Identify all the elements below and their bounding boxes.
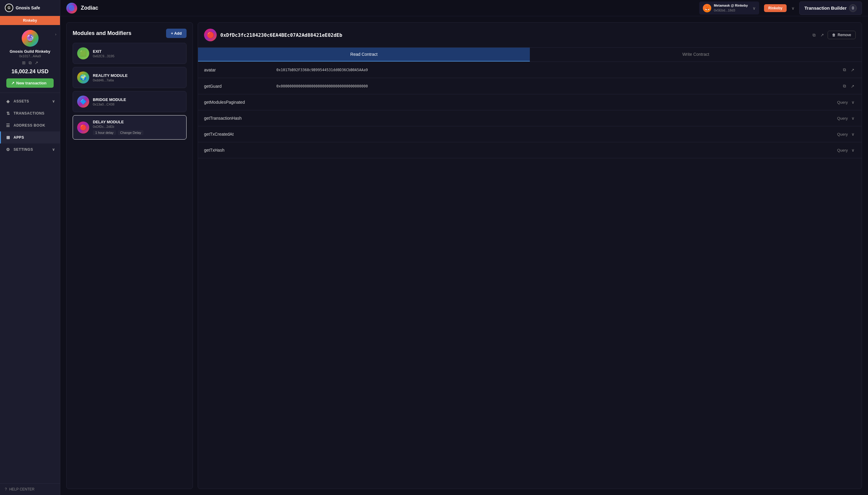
get-guard-copy-button[interactable]: ⧉ [842,82,847,90]
module-bridge[interactable]: 🔷 BRIDGE MODULE 0x13a0...C438 [73,91,187,112]
contract-actions: ⧉ ↗ 🗑 Remove [811,31,856,39]
apps-label: APPS [14,135,24,140]
exit-module-address: 0x62C9...3195 [93,54,182,58]
get-tx-hash-expand-button[interactable]: ∨ [850,147,856,154]
gnosis-logo-icon: G [5,4,13,12]
rinkeby-button[interactable]: Rinkeby [764,4,787,12]
row-get-transaction-hash: getTransactionHash Query ∨ [198,110,862,126]
topbar: 🌀 Zodiac 🦊 Metamask @ Rinkeby 0x5Ebd...1… [60,0,868,16]
tx-builder-badge: 0 [849,4,857,12]
wallet-address: 0x5Ebd...18d3 [714,8,748,13]
zodiac-avatar: 🌀 [66,3,77,14]
avatar-link-button[interactable]: ↗ [850,66,856,73]
tx-builder-panel: Transaction Builder 0 [799,1,862,15]
get-guard-link-button[interactable]: ↗ [850,83,856,90]
row-avatar-label: avatar [204,68,270,72]
exit-module-info: EXIT 0x62C9...3195 [93,49,182,58]
tab-read-contract[interactable]: Read Contract [198,48,530,62]
delay-module-name: DELAY MODULE [93,120,182,124]
modules-header: Modules and Modifiers + Add [73,29,187,38]
delay-module-address: 0xDfDc...2dEb [93,125,182,129]
row-get-modules-paginated-actions: Query ∨ [837,99,856,106]
reality-module-icon: 🌍 [77,71,89,84]
sidebar-item-assets[interactable]: ◈ ASSETS ∨ [0,95,60,107]
zodiac-label: Zodiac [81,5,98,11]
row-get-tx-created-at-actions: Query ∨ [837,131,856,138]
row-get-transaction-hash-actions: Query ∨ [837,115,856,122]
row-get-modules-paginated-label: getModulesPaginated [204,100,270,105]
row-get-guard-value: 0x00000000000000000000000000000000000000… [270,84,842,88]
help-center-item[interactable]: ? HELP CENTER [5,487,55,491]
add-module-button[interactable]: + Add [166,29,187,38]
copy-icon[interactable]: ⧉ [29,60,32,65]
get-transaction-hash-expand-button[interactable]: ∨ [850,115,856,122]
row-get-modules-paginated: getModulesPaginated Query ∨ [198,95,862,110]
sidebar-item-apps[interactable]: ⊞ APPS [0,132,60,143]
row-get-tx-hash-label: getTxHash [204,148,270,153]
module-reality[interactable]: 🌍 REALITY MODULE 0xdd46...7a6a [73,67,187,88]
transactions-label: TRANSACTIONS [14,111,45,116]
reality-module-info: REALITY MODULE 0xdd46...7a6a [93,73,182,82]
address-book-label: ADDRESS BOOK [14,123,45,127]
get-modules-paginated-expand-button[interactable]: ∨ [850,99,856,106]
delay-tag-2[interactable]: Change Delay [118,130,144,135]
exit-module-name: EXIT [93,49,182,54]
settings-label: SETTINGS [14,148,33,152]
help-icon: ? [5,487,7,491]
sidebar-item-transactions[interactable]: ⇅ TRANSACTIONS [0,107,60,119]
delay-tag-1: 1 hour delay [93,130,116,135]
new-transaction-button[interactable]: ↗ New transaction [6,79,54,88]
delay-module-icon: 🔴 [77,121,89,134]
assets-chevron-icon: ∨ [52,99,55,103]
bridge-module-name: BRIDGE MODULE [93,97,182,102]
row-get-guard: getGuard 0x00000000000000000000000000000… [198,78,862,95]
account-chevron-icon[interactable]: › [55,32,56,36]
sidebar: G Gnosis Safe Rinkeby 🔮 › Gnosis Guild R… [0,0,60,495]
sidebar-item-settings[interactable]: ⚙ SETTINGS ∨ [0,143,60,156]
wallet-chevron-icon: ∨ [752,6,756,11]
get-tx-created-at-expand-button[interactable]: ∨ [850,131,856,138]
account-avatar: 🔮 [22,30,39,47]
row-get-guard-actions: ⧉ ↗ [842,82,856,90]
wallet-info: Metamask @ Rinkeby 0x5Ebd...18d3 [714,3,748,13]
row-avatar: avatar 0x1017bB92F3368c9B99544531dd0D36C… [198,62,862,78]
row-get-tx-hash-actions: Query ∨ [837,147,856,154]
module-exit[interactable]: 🟩 EXIT 0x62C9...3195 [73,43,187,64]
row-get-transaction-hash-label: getTransactionHash [204,116,270,121]
exit-module-icon: 🟩 [77,47,89,59]
grid-icon[interactable]: ⊞ [22,60,25,65]
get-modules-paginated-query-label: Query [837,100,848,105]
account-name: Gnosis Guild Rinkeby [10,49,50,54]
assets-icon: ◈ [6,99,11,104]
copy-address-button[interactable]: ⧉ [811,31,817,39]
delay-module-tags: 1 hour delay Change Delay [93,130,182,135]
tab-write-contract[interactable]: Write Contract [530,48,862,62]
sidebar-nav: ◈ ASSETS ∨ ⇅ TRANSACTIONS ☰ ADDRESS BOOK… [0,93,60,483]
network-badge: Rinkeby [0,16,60,25]
content-area: Modules and Modifiers + Add 🟩 EXIT 0x62C… [60,16,868,495]
external-link-icon[interactable]: ↗ [35,60,38,65]
topbar-left: 🌀 Zodiac [66,3,98,14]
get-transaction-hash-query-label: Query [837,116,848,121]
wallet-name: Metamask @ Rinkeby [714,3,748,8]
reality-module-address: 0xdd46...7a6a [93,79,182,82]
wallet-avatar: 🦊 [703,4,711,12]
module-delay[interactable]: 🔴 DELAY MODULE 0xDfDc...2dEb 1 hour dela… [73,115,187,140]
remove-module-button[interactable]: 🗑 Remove [828,31,856,39]
get-tx-created-at-query-label: Query [837,132,848,137]
modules-panel: Modules and Modifiers + Add 🟩 EXIT 0x62C… [66,22,193,489]
help-label: HELP CENTER [9,487,35,491]
avatar-copy-button[interactable]: ⧉ [842,66,847,73]
network-chevron-icon: ∨ [792,6,795,11]
assets-label: ASSETS [14,99,29,103]
sidebar-item-address-book[interactable]: ☰ ADDRESS BOOK [0,119,60,132]
external-link-button[interactable]: ↗ [819,31,825,39]
main-content: 🌀 Zodiac 🦊 Metamask @ Rinkeby 0x5Ebd...1… [60,0,868,495]
arrow-icon: ↗ [11,81,15,85]
row-get-guard-label: getGuard [204,84,270,89]
wallet-selector[interactable]: 🦊 Metamask @ Rinkeby 0x5Ebd...18d3 ∨ [699,1,759,15]
logo: G Gnosis Safe [0,0,60,16]
contract-address: 0xDfDc3fc2184230c6EA4BEc07A2Ad88421eE02d… [220,32,808,38]
sidebar-footer: ? HELP CENTER [0,483,60,495]
account-actions: ⊞ ⧉ ↗ [22,60,38,65]
